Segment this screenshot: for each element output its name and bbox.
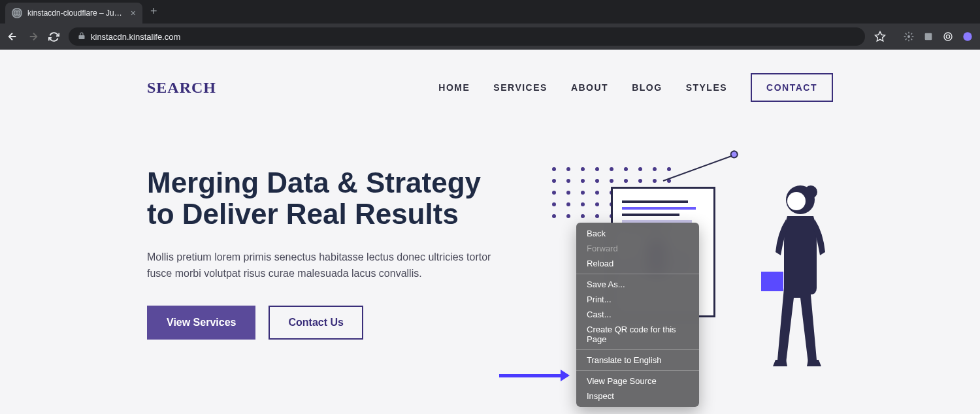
nav-blog[interactable]: BLOG	[632, 82, 662, 93]
forward-icon[interactable]	[27, 31, 39, 42]
main-nav: HOME SERVICES ABOUT BLOG STYLES CONTACT	[438, 73, 833, 102]
svg-rect-2	[925, 33, 932, 40]
page-content: SEARCH HOME SERVICES ABOUT BLOG STYLES C…	[0, 50, 980, 414]
close-icon[interactable]: ×	[131, 8, 136, 18]
extension-icon[interactable]	[942, 31, 954, 42]
tab-bar: kinstacdn-cloudflare – Just an × +	[0, 0, 980, 24]
nav-styles[interactable]: STYLES	[686, 82, 727, 93]
browser-chrome: kinstacdn-cloudflare – Just an × + kinst…	[0, 0, 980, 50]
hero-title: Merging Data & Strategy to Deliver Real …	[147, 167, 513, 231]
url-text: kinstacdn.kinstalife.com	[91, 32, 180, 42]
site-header: SEARCH HOME SERVICES ABOUT BLOG STYLES C…	[147, 50, 833, 102]
hero-text: Merging Data & Strategy to Deliver Real …	[147, 167, 513, 389]
back-icon[interactable]	[7, 31, 18, 42]
new-tab-button[interactable]: +	[150, 5, 157, 18]
menu-item-back[interactable]: Back	[576, 226, 699, 241]
menu-item-forward: Forward	[576, 241, 699, 256]
svg-point-3	[944, 33, 952, 40]
contact-us-button[interactable]: Contact Us	[269, 306, 363, 340]
svg-point-7	[804, 185, 817, 199]
browser-toolbar: kinstacdn.kinstalife.com	[0, 24, 980, 50]
globe-icon	[12, 8, 22, 18]
lock-icon	[78, 32, 86, 42]
logo[interactable]: SEARCH	[147, 79, 216, 97]
address-bar[interactable]: kinstacdn.kinstalife.com	[69, 27, 865, 46]
tab-title: kinstacdn-cloudflare – Just an	[27, 8, 125, 18]
inspect-arrow-icon	[499, 374, 561, 377]
menu-item-print[interactable]: Print...	[576, 292, 699, 307]
extension-icons	[903, 31, 973, 42]
menu-item-view-page-source[interactable]: View Page Source	[576, 374, 699, 389]
hero-subtitle: Mollis pretium lorem primis senectus hab…	[147, 249, 513, 282]
hero-section: Merging Data & Strategy to Deliver Real …	[147, 102, 833, 389]
browser-tab[interactable]: kinstacdn-cloudflare – Just an ×	[5, 3, 142, 24]
person-illustration-icon	[755, 180, 840, 383]
extension-icon[interactable]	[923, 31, 934, 42]
nav-home[interactable]: HOME	[438, 82, 470, 93]
svg-point-5	[963, 32, 972, 40]
marker-line-icon	[663, 153, 737, 182]
star-icon[interactable]	[874, 31, 886, 42]
nav-about[interactable]: ABOUT	[571, 82, 608, 93]
menu-separator	[576, 370, 699, 371]
menu-separator	[576, 349, 699, 350]
menu-separator	[576, 274, 699, 274]
extension-icon[interactable]	[903, 31, 915, 42]
reload-icon[interactable]	[48, 31, 59, 42]
svg-point-4	[946, 35, 949, 38]
nav-services[interactable]: SERVICES	[493, 82, 547, 93]
hero-buttons: View Services Contact Us	[147, 306, 513, 340]
svg-point-8	[787, 192, 806, 210]
menu-item-save-as[interactable]: Save As...	[576, 277, 699, 292]
nav-contact[interactable]: CONTACT	[751, 73, 833, 102]
menu-item-cast[interactable]: Cast...	[576, 307, 699, 322]
extension-icon[interactable]	[962, 31, 973, 42]
menu-item-translate-to-english[interactable]: Translate to English	[576, 353, 699, 368]
menu-item-create-qr-code-for-this-page[interactable]: Create QR code for this Page	[576, 322, 699, 347]
menu-item-reload[interactable]: Reload	[576, 256, 699, 271]
address-bar-wrap: kinstacdn.kinstalife.com	[69, 27, 865, 46]
svg-point-1	[907, 35, 910, 38]
view-services-button[interactable]: View Services	[147, 306, 255, 340]
menu-item-inspect[interactable]: Inspect	[576, 389, 699, 404]
context-menu: BackForwardReloadSave As...Print...Cast.…	[576, 223, 699, 407]
svg-rect-9	[761, 272, 783, 291]
